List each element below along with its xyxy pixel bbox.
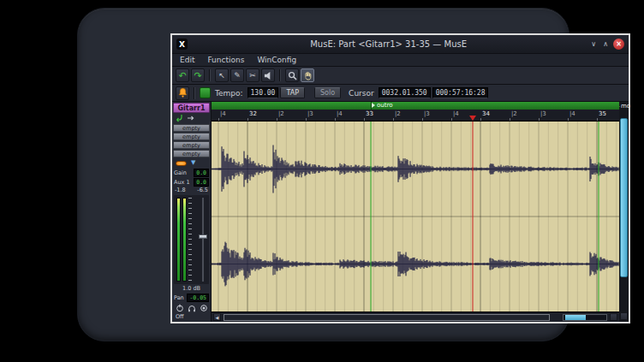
- part-slot-0[interactable]: empty: [173, 124, 210, 132]
- vertical-scrollbar[interactable]: ▸ mo: [619, 102, 629, 322]
- pan-tool-button[interactable]: [301, 68, 314, 82]
- menu-functions[interactable]: Functions: [207, 56, 244, 64]
- speaker-icon: [264, 71, 273, 80]
- ruler-tick: [422, 118, 423, 121]
- marker-overflow: ▸ mo: [617, 102, 630, 110]
- horizontal-scrollbar[interactable]: ◀: [212, 312, 619, 322]
- ruler-tick: [306, 118, 307, 121]
- ruler-tick: [247, 118, 248, 121]
- timeline-ruler[interactable]: |432|2|3|433|2|3|434|2|3|435: [212, 110, 619, 122]
- pointer-tool-button[interactable]: ↖: [215, 68, 229, 82]
- zoom-slider[interactable]: [563, 314, 607, 321]
- zoom-slider-thumb[interactable]: [565, 315, 586, 320]
- marker-strip[interactable]: outro: [212, 102, 619, 110]
- aux-value[interactable]: 0.0: [194, 178, 209, 187]
- ruler-label: |3: [424, 110, 430, 117]
- waveform-area[interactable]: [212, 122, 619, 312]
- tap-button[interactable]: TAP: [280, 87, 305, 98]
- menu-edit[interactable]: Edit: [180, 56, 194, 64]
- meter-left-value: -1.8: [175, 187, 186, 194]
- ruler-label: |4: [220, 110, 226, 117]
- tempo-value[interactable]: 130.00: [247, 87, 279, 98]
- ruler-label: |3: [540, 110, 546, 117]
- scissors-tool-button[interactable]: ✂: [246, 68, 259, 82]
- ruler-tick: [364, 118, 365, 121]
- toolbar-separator: [209, 69, 211, 81]
- zoom-tool-button[interactable]: [285, 68, 299, 82]
- marker-flag-icon[interactable]: [371, 102, 372, 110]
- ruler-label: |4: [569, 110, 575, 117]
- redo-icon: ↷: [194, 70, 201, 81]
- solo-button[interactable]: Solo: [314, 87, 341, 98]
- volume-fader-handle[interactable]: [199, 234, 207, 239]
- pencil-icon: ✎: [234, 71, 241, 80]
- redo-button[interactable]: ↷: [191, 68, 205, 82]
- tempo-label: Tempo:: [215, 89, 243, 98]
- playhead-marker[interactable]: [469, 116, 476, 121]
- ruler-label: 32: [249, 110, 257, 117]
- pan-label: Pan: [174, 294, 184, 301]
- stereo-row: ▼: [173, 158, 210, 168]
- db-label: 1.0 dB: [173, 285, 210, 293]
- main-area: Gitarr1 emptyemptyemptyempty ▼ Gain 0.0: [172, 102, 629, 322]
- ruler-tick: [480, 118, 481, 121]
- ruler-label: 34: [482, 110, 490, 117]
- track-routing-row: [173, 113, 210, 123]
- ruler-label: |3: [307, 110, 313, 117]
- record-icon[interactable]: [200, 304, 208, 312]
- track-slots: emptyemptyemptyempty: [173, 124, 210, 157]
- vscroll-thumb[interactable]: [620, 118, 628, 277]
- meter-scale-ticks: [188, 198, 192, 282]
- shade-icon[interactable]: ∨: [589, 40, 598, 48]
- zoom-button[interactable]: [610, 313, 617, 321]
- undo-icon: ↶: [178, 70, 186, 81]
- volume-fader-track[interactable]: [202, 198, 204, 282]
- ruler-label: |2: [395, 110, 401, 117]
- meter-right-value: -6.5: [197, 187, 208, 194]
- marker-label: outro: [377, 102, 392, 110]
- meter-readout-row: -1.8 -6.5: [173, 187, 210, 194]
- transport-toolbar: Tempo: 130.00 TAP Solo Cursor 0032.01.35…: [172, 84, 629, 102]
- bell-icon: [177, 87, 188, 98]
- automation-mode-label[interactable]: Off: [173, 313, 210, 321]
- headphones-icon[interactable]: [188, 304, 196, 312]
- cursor-label: Cursor: [349, 89, 374, 98]
- ruler-tick: [335, 118, 336, 121]
- pan-value[interactable]: -0.05: [187, 294, 209, 302]
- ruler-label: 33: [366, 110, 373, 117]
- part-slot-1[interactable]: empty: [173, 133, 210, 140]
- stereo-led[interactable]: [176, 161, 187, 166]
- power-icon[interactable]: [176, 304, 184, 312]
- metronome-button[interactable]: [176, 86, 189, 100]
- undo-button[interactable]: ↶: [176, 68, 189, 82]
- scroll-left-button[interactable]: ◀: [213, 313, 221, 321]
- output-routing-icon[interactable]: [187, 114, 195, 122]
- close-button[interactable]: ×: [613, 39, 624, 50]
- gain-value[interactable]: 0.0: [194, 169, 209, 177]
- aux-row: Aux 1 0.0: [173, 177, 210, 187]
- input-routing-icon[interactable]: [175, 114, 183, 122]
- ruler-tick: [539, 118, 540, 121]
- vscroll-track[interactable]: [620, 111, 628, 311]
- mute-tool-button[interactable]: [261, 68, 275, 82]
- editor-center: outro |432|2|3|433|2|3|434|2|3|435 ◀: [212, 102, 619, 322]
- app-icon: X: [176, 39, 188, 50]
- menu-winconfig[interactable]: WinConfig: [257, 56, 296, 64]
- cursor-time-value: 000:57:16:28: [432, 87, 489, 98]
- track-name[interactable]: Gitarr1: [173, 103, 210, 113]
- pencil-tool-button[interactable]: ✎: [230, 68, 244, 82]
- unshade-icon[interactable]: ∧: [601, 40, 610, 48]
- titlebar[interactable]: X MusE: Part <Gitarr1> 31-35 — MusE ∨ ∧ …: [172, 35, 629, 53]
- hscroll-track[interactable]: [224, 314, 550, 321]
- sync-icon[interactable]: [200, 87, 211, 98]
- track-button-row: [173, 302, 210, 313]
- part-slot-3[interactable]: empty: [173, 150, 210, 157]
- part-slot-2[interactable]: empty: [173, 141, 210, 149]
- gain-row: Gain 0.0: [173, 168, 210, 177]
- ruler-label: |2: [278, 110, 284, 117]
- dropdown-arrow-icon[interactable]: ▼: [191, 160, 195, 166]
- meter-bar-right: [182, 198, 187, 282]
- ruler-tick: [510, 118, 510, 121]
- vscroll-button[interactable]: [620, 312, 628, 320]
- screen: X MusE: Part <Gitarr1> 31-35 — MusE ∨ ∧ …: [0, 0, 644, 362]
